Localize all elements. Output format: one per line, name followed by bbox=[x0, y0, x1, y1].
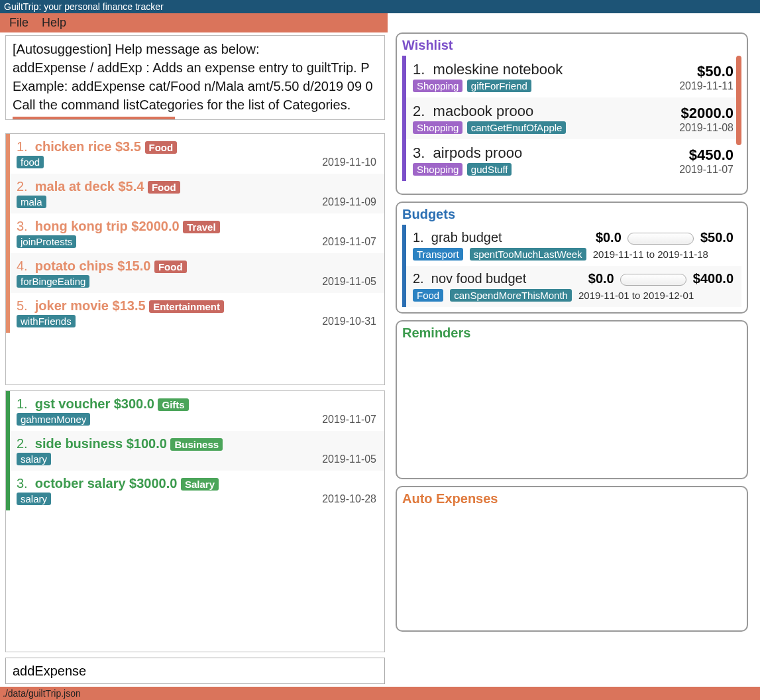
budget-range: 2019-11-01 to 2019-12-01 bbox=[578, 290, 694, 301]
income-amount: $3000.0 bbox=[129, 476, 177, 491]
wishlist-price: $2000.0 bbox=[679, 105, 733, 122]
expense-date: 2019-10-31 bbox=[322, 316, 376, 327]
income-tag: salary bbox=[17, 453, 51, 465]
expense-category-tag: Travel bbox=[183, 221, 219, 233]
wishlist-price: $50.0 bbox=[679, 63, 733, 80]
expense-index: 1. bbox=[17, 139, 28, 154]
expense-row[interactable]: 2. mala at deck $5.4 Food mala 2019-11-0… bbox=[6, 174, 384, 213]
budget-tag: canSpendMoreThisMonth bbox=[450, 289, 572, 302]
budget-category-tag: Food bbox=[413, 289, 443, 302]
expense-row[interactable]: 5. joker movie $13.5 Entertainment withF… bbox=[6, 293, 384, 333]
help-box: [Autosuggestion] Help message as below: … bbox=[5, 35, 385, 120]
budget-spent: $0.0 bbox=[588, 271, 614, 286]
expense-date: 2019-11-05 bbox=[322, 276, 376, 288]
expense-amount: $2000.0 bbox=[131, 219, 179, 233]
income-index: 3. bbox=[17, 476, 28, 491]
window-title: GuiltTrip: your personal finance tracker bbox=[4, 1, 164, 12]
budget-category-tag: Transport bbox=[413, 248, 463, 261]
wishlist-index: 1. bbox=[413, 61, 425, 78]
income-row[interactable]: 2. side business $100.0 Business salary … bbox=[6, 431, 384, 471]
expense-index: 2. bbox=[17, 179, 28, 194]
expense-tag: forBingeEating bbox=[17, 275, 89, 288]
budget-range: 2019-11-11 to 2019-11-18 bbox=[593, 249, 708, 260]
wishlist-price: $450.0 bbox=[679, 146, 733, 164]
expense-row[interactable]: 1. chicken rice $3.5 Food food 2019-11-1… bbox=[6, 134, 384, 174]
wishlist-title: Wishlist bbox=[402, 38, 741, 53]
income-index: 2. bbox=[17, 436, 28, 451]
expense-category-tag: Food bbox=[154, 261, 187, 273]
budget-progress-bar bbox=[620, 274, 686, 286]
income-amount: $300.0 bbox=[114, 396, 154, 411]
budget-total: $400.0 bbox=[693, 271, 733, 286]
budget-index: 1. bbox=[413, 230, 424, 245]
wishlist-date: 2019-11-08 bbox=[679, 122, 733, 134]
expense-tag: food bbox=[17, 156, 44, 168]
expense-row[interactable]: 3. hong kong trip $2000.0 Travel joinPro… bbox=[6, 213, 384, 253]
budget-name: grab budget bbox=[431, 230, 502, 245]
wishlist-name: moleskine notebook bbox=[433, 61, 563, 78]
reminders-panel: Reminders bbox=[396, 320, 748, 479]
expense-amount: $15.0 bbox=[117, 259, 150, 273]
expense-name: chicken rice bbox=[35, 139, 112, 154]
income-date: 2019-11-07 bbox=[322, 414, 376, 426]
wishlist-row[interactable]: 2. macbook prooo Shopping cantGetEnufOfA… bbox=[402, 97, 741, 139]
expense-date: 2019-11-09 bbox=[322, 196, 376, 208]
menu-file[interactable]: File bbox=[9, 16, 28, 30]
wishlist-category-tag: Shopping bbox=[413, 121, 462, 134]
budget-row[interactable]: 1. grab budget $0.0 $50.0 Transport spen… bbox=[402, 225, 741, 266]
command-input[interactable] bbox=[5, 658, 385, 684]
budget-index: 2. bbox=[413, 271, 424, 286]
expense-amount: $5.4 bbox=[118, 179, 144, 194]
budget-tag: spentTooMuchLastWeek bbox=[470, 248, 586, 261]
income-panel: 1. gst voucher $300.0 Gifts gahmenMoney … bbox=[5, 390, 385, 652]
wishlist-index: 2. bbox=[413, 103, 425, 119]
wishlist-row[interactable]: 1. moleskine notebook Shopping giftForFr… bbox=[402, 56, 741, 97]
expense-name: mala at deck bbox=[35, 179, 115, 194]
title-bar: GuiltTrip: your personal finance tracker bbox=[0, 0, 760, 13]
income-amount: $100.0 bbox=[127, 436, 167, 451]
wishlist-tag: giftForFriend bbox=[467, 80, 531, 92]
wishlist-category-tag: Shopping bbox=[413, 163, 462, 176]
expense-date: 2019-11-10 bbox=[322, 156, 376, 168]
wishlist-date: 2019-11-11 bbox=[679, 80, 733, 92]
wishlist-scrollbar[interactable] bbox=[736, 56, 741, 145]
help-scroll-track[interactable] bbox=[13, 117, 175, 120]
income-row[interactable]: 1. gst voucher $300.0 Gifts gahmenMoney … bbox=[6, 391, 384, 431]
menu-bar: File Help bbox=[0, 13, 388, 32]
wishlist-row[interactable]: 3. airpods prooo Shopping gudStuff $450.… bbox=[402, 139, 741, 181]
wishlist-name: macbook prooo bbox=[433, 103, 534, 119]
income-date: 2019-11-05 bbox=[322, 453, 376, 465]
help-line: Example: addExpense cat/Food n/Mala amt/… bbox=[13, 77, 378, 95]
wishlist-tag: gudStuff bbox=[467, 163, 512, 176]
expense-index: 5. bbox=[17, 298, 28, 313]
income-date: 2019-10-28 bbox=[322, 493, 376, 505]
income-tag: salary bbox=[17, 493, 51, 505]
wishlist-date: 2019-11-07 bbox=[679, 164, 733, 176]
income-name: side business bbox=[35, 436, 123, 451]
wishlist-panel: Wishlist 1. moleskine notebook Shopping … bbox=[396, 32, 748, 195]
budgets-panel: Budgets 1. grab budget $0.0 $50.0 Transp… bbox=[396, 202, 748, 314]
income-category-tag: Business bbox=[170, 438, 223, 451]
income-index: 1. bbox=[17, 396, 28, 411]
help-line: [Autosuggestion] Help message as below: bbox=[13, 40, 378, 58]
expense-row[interactable]: 4. potato chips $15.0 Food forBingeEatin… bbox=[6, 253, 384, 293]
income-category-tag: Salary bbox=[181, 478, 219, 491]
budget-row[interactable]: 2. nov food budget $0.0 $400.0 Food canS… bbox=[402, 266, 741, 307]
expense-category-tag: Food bbox=[148, 181, 180, 194]
income-row[interactable]: 3. october salary $3000.0 Salary salary … bbox=[6, 471, 384, 510]
budgets-title: Budgets bbox=[402, 207, 741, 222]
budget-spent: $0.0 bbox=[596, 230, 622, 245]
help-line: Call the command listCategories for the … bbox=[13, 95, 378, 114]
expense-index: 4. bbox=[17, 259, 28, 273]
expense-category-tag: Food bbox=[145, 141, 178, 154]
reminders-title: Reminders bbox=[402, 325, 741, 341]
expense-tag: mala bbox=[17, 196, 46, 208]
budget-progress-bar bbox=[627, 233, 694, 245]
income-tag: gahmenMoney bbox=[17, 413, 90, 426]
status-bar: ./data/guiltTrip.json bbox=[0, 687, 760, 700]
expense-tag: joinProtests bbox=[17, 235, 76, 248]
budget-total: $50.0 bbox=[700, 230, 733, 245]
menu-help[interactable]: Help bbox=[42, 16, 66, 30]
income-name: october salary bbox=[35, 476, 126, 491]
expense-category-tag: Entertainment bbox=[149, 300, 224, 313]
